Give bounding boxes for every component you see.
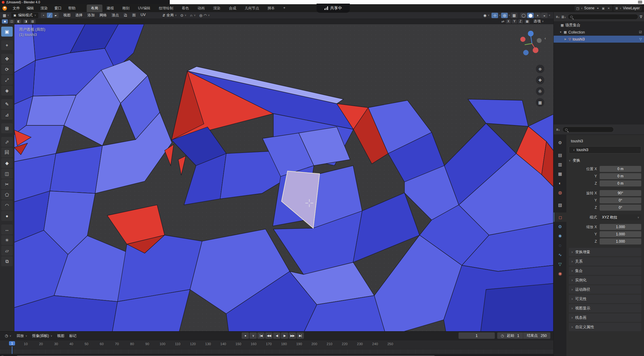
gizmo-toggle[interactable]: ⊹ [491,13,498,18]
tool-spin[interactable]: ◠ [1,200,13,210]
select-mode-0[interactable]: • [41,13,47,18]
select-option-4[interactable]: ▥ [30,19,36,24]
current-frame-indicator[interactable]: 1 [9,341,15,345]
transform-orientation-dropdown[interactable]: ⇵ 全局 ∨ [161,12,178,18]
transform-value-field[interactable]: XYZ 欧拉∨ [600,214,641,220]
panel-线条画[interactable]: ›线条画 [569,313,641,322]
expander-down-icon[interactable]: ▼ [559,31,562,34]
prev-keyframe-button[interactable]: ◀◀ [265,332,272,339]
props-tab-render[interactable]: ▤ [554,150,566,160]
overlays-toggle[interactable]: ◎ [501,13,508,18]
tool-bevel[interactable]: ◆ [1,158,13,168]
mode-dropdown[interactable]: ▣ 编辑模式 ∨ [11,13,38,18]
props-tab-modifiers[interactable]: ⚙ [554,222,566,231]
snap-toggle[interactable]: ∩ ∨ [188,13,197,18]
panel-视图显示[interactable]: ›视图显示 [569,304,641,312]
workspace-tab-动画[interactable]: 动画 [193,5,209,12]
tool-extrude-region[interactable]: ⬀ [1,137,13,147]
props-tab-object-data[interactable]: ▽ [554,259,566,269]
panel-关系[interactable]: ›关系 [569,257,641,266]
menu-帮助[interactable]: 帮助 [65,5,79,12]
jump-to-end-button[interactable]: ▶| [297,332,304,339]
props-tab-constraints[interactable]: ∿ [554,250,566,259]
tool-measure[interactable]: ⊿ [1,110,13,120]
props-tab-scene[interactable]: ◐ [554,178,566,188]
jump-to-start-button[interactable]: |◀ [257,332,265,339]
timeline-editor-dropdown[interactable]: ◷ ∨ [2,333,14,338]
expander-right-icon[interactable]: ▶ [564,38,567,40]
filter-funnel-icon[interactable]: ∇ [640,15,642,19]
viewport-menu-网格[interactable]: 网格 [97,12,109,18]
frame-end-field[interactable]: 结束点 250 [523,332,550,339]
props-tab-object[interactable]: ◻ [554,212,566,222]
mirror-y-toggle[interactable]: Y [512,19,517,24]
tool-loop-cut[interactable]: ◫ [1,169,13,179]
workspace-tab-几何节点[interactable]: 几何节点 [240,5,263,12]
navigation-gizmo[interactable] [518,30,546,57]
current-frame-field[interactable]: 1 [459,332,495,339]
properties-editor-dropdown[interactable]: ≡∨ [556,128,560,132]
frame-start-field[interactable]: ◷ 起始 1 [497,332,523,339]
transform-panel-header[interactable]: ∨ 变换 [569,157,641,164]
workspace-tab-布局[interactable]: 布局 [87,5,102,12]
outliner-row-scene-collection[interactable]: ▦ 场景集合 [554,22,644,29]
menu-渲染[interactable]: 渲染 [37,5,51,12]
outliner-search-input[interactable] [568,14,638,20]
transform-value-field[interactable]: 1.000 [600,238,641,244]
mirror-x-toggle[interactable]: X [506,19,511,24]
sidebar-collapse-arrow[interactable]: ‹ [545,36,546,40]
play-button[interactable]: ▶ [281,332,288,339]
select-mode-1[interactable]: ╱ [47,13,53,18]
workspace-tab-UV编辑[interactable]: UV编辑 [134,5,155,12]
timeline-menu-标记[interactable]: 标记 [67,333,79,339]
screen-sharing-indicator[interactable]: 共享中 [317,4,350,13]
transform-value-field[interactable]: 1.000 [600,224,641,230]
nav-toggle-ortho-button[interactable]: ▦ [536,98,544,107]
panel-运动路径[interactable]: ›运动路径 [569,285,641,294]
panel-可见性[interactable]: ›可见性 [569,295,641,303]
props-tab-world[interactable]: ◍ [554,188,566,197]
viewlayer-selector[interactable]: ≣ ∨ ViewLayer [613,5,642,11]
workspace-tab-合成[interactable]: 合成 [225,5,240,12]
menu-窗口[interactable]: 窗口 [51,5,65,12]
copy-icon[interactable]: ▣ [601,7,605,10]
tool-rip-region[interactable]: ⧉ [1,256,13,266]
panel-实例化[interactable]: ›实例化 [569,276,641,284]
transform-value-field[interactable]: 0° [600,205,641,211]
transform-value-field[interactable]: 1.000 [600,231,641,237]
viewport-menu-面[interactable]: 面 [130,12,138,18]
tool-add-cube[interactable]: ⊞ [1,123,13,133]
panel-自定义属性[interactable]: ›自定义属性 [569,323,641,331]
tool-shrink-fatten[interactable]: ✳ [1,235,13,245]
next-keyframe-button[interactable]: ▶▶ [289,332,296,339]
workspace-tab-渲染[interactable]: 渲染 [209,5,225,12]
props-tab-physics[interactable]: ◌ [554,241,566,250]
proportional-editing-toggle[interactable]: ◎ ◠ ∨ [198,13,211,18]
viewport-menu-添加[interactable]: 添加 [85,12,97,18]
viewport-menu-选择[interactable]: 选择 [73,12,85,18]
collection-checkbox[interactable]: ☑ [639,30,642,34]
snap-grid-toggle[interactable]: ▦ [524,19,530,24]
tool-cursor[interactable]: ⌖ [1,40,13,50]
timeline-menu-回放[interactable]: 回放∨ [14,333,30,339]
timeline-menu-抠像(插帧)[interactable]: 抠像(插帧)∨ [30,333,55,339]
select-mode-2[interactable]: ▰ [53,13,59,18]
props-tab-particles[interactable]: ✱ [554,231,566,241]
props-tab-tool[interactable]: ⚙ [554,138,566,147]
tool-scale[interactable]: ⤢ [1,75,13,85]
transform-value-field[interactable]: 0 m [600,166,641,172]
tool-transform[interactable]: ◈ [1,86,13,95]
tool-knife[interactable]: ✂ [1,179,13,189]
workspace-tab-着色[interactable]: 着色 [178,5,193,12]
tool-select-box[interactable]: ▣ [1,27,13,37]
shading-mode-0[interactable]: ◯ [520,13,527,18]
object-name-field[interactable]: ∨ toushi3 [569,146,641,154]
nav-pan-hand-button[interactable]: ✥ [536,76,544,84]
viewport-canvas[interactable]: 用户透视 (局部) (1) toushi3 ‹ ⊕✥✇▦ [14,24,553,331]
workspace-tab-雕刻[interactable]: 雕刻 [118,5,134,12]
xray-toggle[interactable]: ▩ [511,13,517,18]
play-reverse-button[interactable]: ◀ [273,332,280,339]
mirror-z-toggle[interactable]: Z [518,19,523,24]
tool-inset-faces[interactable]: 回 [1,147,13,157]
tool-poly-build[interactable]: ⬠ [1,190,13,200]
